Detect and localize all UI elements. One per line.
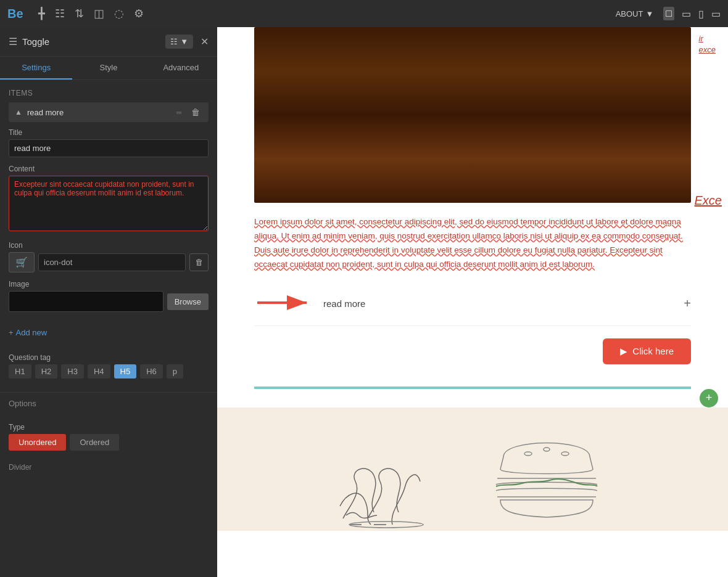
mobile-view-icon[interactable]: ▯ [698, 8, 704, 20]
close-button[interactable]: ✕ [201, 36, 209, 47]
svg-point-4 [544, 448, 550, 451]
tab-style[interactable]: Style [72, 57, 144, 80]
qtag-h2[interactable]: H2 [35, 364, 58, 379]
qtag-h3[interactable]: H3 [61, 364, 84, 379]
side-text: ir exce [699, 33, 716, 55]
options-label: Options [0, 392, 217, 414]
add-new-row: + Add new [0, 325, 217, 345]
sidebar-header: ☰ Toggle ☷ ▼ ✕ [0, 27, 217, 57]
history-icon[interactable]: ◌ [114, 7, 124, 20]
add-section-row: + [217, 389, 728, 407]
item-row: ▲ read more ⎓ 🗑 [9, 102, 209, 122]
question-tag-section: Question tag H1 H2 H3 H4 H5 H6 p [0, 345, 217, 392]
arrow-svg [254, 289, 316, 314]
divider-label: Divider [0, 463, 217, 477]
title-label: Title [9, 128, 209, 137]
red-arrow-icon [254, 289, 316, 318]
content-textarea[interactable]: Excepteur sint occaecat cupidatat non pr… [9, 176, 209, 231]
add-icon[interactable]: ╋ [38, 7, 45, 20]
desktop-view-icon[interactable]: □ [663, 7, 674, 20]
icon-input[interactable] [38, 253, 186, 271]
content-area: Lorem ipsum dolor sit amet, consectetur … [217, 203, 728, 387]
click-here-row: ▶ Click here [254, 338, 691, 364]
qtag-h1[interactable]: H1 [9, 364, 31, 379]
topbar: Be ╋ ☷ ⇅ ◫ ◌ ⚙ ABOUT ▼ □ ▭ ▯ ▭ [0, 0, 728, 27]
svg-point-3 [524, 452, 532, 456]
layout-icon[interactable]: ◫ [94, 7, 104, 20]
qtag-h5[interactable]: H5 [114, 364, 137, 379]
sidebar-title: Toggle [22, 36, 160, 47]
read-more-with-arrow: read more [254, 289, 365, 318]
read-more-label: read more [323, 298, 365, 309]
items-label: Items [9, 89, 209, 97]
ordered-type-button[interactable]: Ordered [70, 434, 119, 451]
qtag-p[interactable]: p [167, 364, 183, 379]
plus-icon: + [9, 328, 14, 337]
type-section: Type Unordered Ordered [0, 414, 217, 463]
sketch-section [217, 407, 728, 531]
delete-item-button[interactable]: 🗑 [189, 106, 202, 118]
list-icon: ☰ [9, 36, 17, 47]
image-label: Image [9, 280, 209, 288]
question-tag-label: Question tag [9, 353, 209, 362]
read-more-row: read more + [254, 282, 691, 326]
add-new-button[interactable]: + Add new [9, 328, 47, 337]
main-layout: ☰ Toggle ☷ ▼ ✕ Settings Style Advanced I… [0, 27, 728, 577]
arrows-icon[interactable]: ⇅ [75, 7, 84, 20]
unordered-type-button[interactable]: Unordered [9, 434, 66, 451]
collapse-icon[interactable]: ▲ [15, 108, 22, 117]
tab-settings[interactable]: Settings [0, 57, 72, 80]
items-section: Items ▲ read more ⎓ 🗑 Title Content Exce… [0, 80, 217, 325]
tablet-view-icon[interactable]: ▭ [682, 8, 691, 20]
svg-point-5 [561, 452, 569, 456]
logo[interactable]: Be [7, 7, 23, 21]
wood-image [254, 27, 691, 203]
item-row-label: read more [27, 108, 169, 117]
image-placeholder [9, 291, 163, 312]
browse-button[interactable]: Browse [167, 293, 209, 310]
qtag-h6[interactable]: H6 [140, 364, 163, 379]
image-row: Browse [9, 291, 209, 312]
click-here-button[interactable]: ▶ Click here [603, 338, 691, 364]
qtag-h4[interactable]: H4 [88, 364, 110, 379]
sketch-right-svg [479, 420, 614, 531]
phone-view-icon[interactable]: ▭ [711, 8, 721, 20]
panel-options-button[interactable]: ☷ ▼ [165, 35, 193, 49]
tab-advanced[interactable]: Advanced [145, 57, 217, 80]
main-content: ir exce Exce Lorem ipsum dolor sit amet,… [217, 27, 728, 577]
add-section-button[interactable]: + [700, 389, 718, 407]
expand-icon[interactable]: + [684, 297, 691, 311]
content-label: Content [9, 165, 209, 173]
click-icon: ▶ [620, 346, 627, 357]
icon-delete-button[interactable]: 🗑 [189, 253, 209, 271]
title-input[interactable] [9, 139, 209, 157]
qtag-row: H1 H2 H3 H4 H5 H6 p [9, 364, 209, 379]
about-menu[interactable]: ABOUT ▼ [616, 9, 654, 18]
duplicate-item-button[interactable]: ⎓ [174, 106, 184, 118]
sidebar-tabs: Settings Style Advanced [0, 57, 217, 80]
icon-row: 🛒 🗑 [9, 252, 209, 272]
click-here-label: Click here [632, 346, 674, 356]
icon-label: Icon [9, 241, 209, 250]
chevron-down-icon: ▼ [645, 9, 653, 18]
settings-icon[interactable]: ⚙ [134, 7, 144, 20]
panel-icon: ☷ [170, 37, 178, 46]
lorem-text: Lorem ipsum dolor sit amet, consectetur … [254, 215, 691, 272]
grid-icon[interactable]: ☷ [55, 7, 65, 20]
sidebar: ☰ Toggle ☷ ▼ ✕ Settings Style Advanced I… [0, 27, 217, 577]
type-row: Unordered Ordered [9, 434, 209, 451]
sketch-left-svg [331, 420, 442, 531]
type-label: Type [9, 423, 209, 432]
about-label: ABOUT [616, 9, 643, 18]
chevron-down-icon: ▼ [180, 37, 188, 46]
icon-preview[interactable]: 🛒 [9, 252, 35, 272]
